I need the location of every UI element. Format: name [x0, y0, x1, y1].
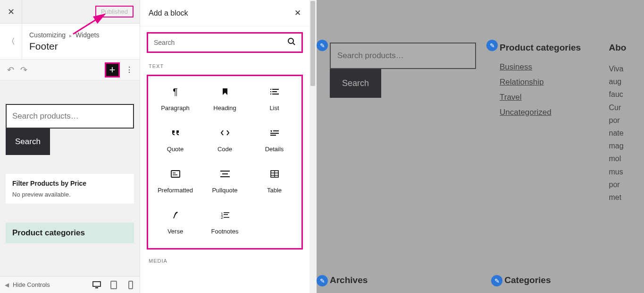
- block-label: Pullquote: [212, 187, 237, 194]
- breadcrumb-root[interactable]: Customizing: [29, 31, 66, 39]
- block-option-pullquote[interactable]: Pullquote: [201, 164, 248, 198]
- hide-controls-button[interactable]: ◀ Hide Controls: [5, 281, 50, 288]
- block-option-code[interactable]: Code: [201, 123, 248, 157]
- svg-text:2: 2: [221, 215, 223, 219]
- close-icon: ✕: [294, 9, 301, 17]
- svg-rect-3: [129, 281, 133, 289]
- product-categories-heading[interactable]: Product categories: [6, 223, 134, 243]
- inserter-header: Add a block ✕: [140, 0, 309, 26]
- product-search-input[interactable]: [7, 105, 133, 128]
- block-label: Footnotes: [211, 228, 239, 235]
- chevron-right-icon: ▸: [69, 33, 72, 38]
- customizer-topbar: ✕ Published: [0, 0, 140, 24]
- add-block-button[interactable]: +: [105, 62, 120, 78]
- pullquote-block-icon: [218, 169, 232, 179]
- editor-toolbar: ↶ ↷ + ⋮: [0, 60, 140, 80]
- svg-rect-11: [270, 91, 271, 92]
- block-option-quote[interactable]: Quote: [152, 123, 199, 157]
- back-button[interactable]: 〈: [0, 24, 22, 60]
- close-inserter-button[interactable]: ✕: [294, 8, 301, 18]
- pencil-icon: ✎: [490, 42, 495, 49]
- block-option-details[interactable]: Details: [251, 123, 298, 157]
- block-label: Preformatted: [158, 187, 193, 194]
- block-label: Code: [217, 146, 232, 153]
- desktop-preview-button[interactable]: [92, 281, 101, 289]
- svg-line-6: [293, 43, 295, 45]
- block-option-footnotes[interactable]: 12Footnotes: [201, 205, 248, 240]
- filter-products-title: Filter Products by Price: [12, 180, 127, 187]
- block-label: Details: [265, 146, 284, 153]
- block-label: Heading: [213, 104, 236, 112]
- preview-dim-overlay: [317, 0, 644, 293]
- undo-button[interactable]: ↶: [4, 63, 17, 77]
- block-search-wrap: [147, 32, 303, 53]
- svg-rect-10: [270, 89, 271, 90]
- block-label: Paragraph: [161, 104, 190, 112]
- block-search-input[interactable]: [154, 34, 287, 52]
- breadcrumb-widgets[interactable]: Widgets: [75, 31, 100, 39]
- tablet-preview-button[interactable]: [109, 281, 118, 289]
- close-customizer-button[interactable]: ✕: [0, 0, 22, 23]
- svg-rect-0: [93, 282, 100, 286]
- svg-rect-16: [171, 171, 180, 177]
- heading-block-icon: [218, 86, 232, 97]
- section-label-text: TEXT: [140, 60, 309, 73]
- paragraph-block-icon: ¶: [169, 86, 182, 97]
- customizer-bottom-bar: ◀ Hide Controls: [0, 276, 140, 293]
- quote-block-icon: [169, 128, 182, 138]
- inserter-title: Add a block: [149, 9, 294, 17]
- chevron-left-icon: 〈: [7, 36, 15, 47]
- edit-widget-shortcut[interactable]: ✎: [317, 40, 328, 51]
- block-option-paragraph[interactable]: ¶Paragraph: [152, 82, 199, 116]
- svg-rect-1: [95, 287, 98, 288]
- block-label: Quote: [167, 146, 184, 153]
- site-preview: ✎ Search ✎ Product categories BusinessRe…: [317, 0, 644, 293]
- svg-rect-12: [270, 94, 271, 95]
- pencil-icon: ✎: [320, 277, 325, 284]
- scrollbar-thumb[interactable]: [310, 1, 315, 86]
- edit-widget-shortcut[interactable]: ✎: [486, 40, 498, 51]
- block-option-heading[interactable]: Heading: [201, 82, 248, 116]
- mobile-preview-button[interactable]: [126, 281, 135, 289]
- inserter-scrollbar[interactable]: [309, 0, 316, 293]
- table-block-icon: [268, 169, 281, 179]
- footnotes-block-icon: 12: [218, 210, 232, 220]
- breadcrumb: Customizing ▸ Widgets: [29, 31, 99, 39]
- redo-button[interactable]: ↷: [17, 63, 30, 77]
- block-inserter-panel: Add a block ✕ TEXT ¶ParagraphHeadingList…: [140, 0, 310, 293]
- verse-block-icon: [169, 210, 182, 220]
- search-button[interactable]: Search: [6, 129, 50, 155]
- page-title: Footer: [29, 41, 99, 52]
- preformatted-block-icon: [169, 169, 182, 179]
- block-label: Verse: [167, 228, 183, 235]
- hide-controls-label: Hide Controls: [13, 281, 50, 288]
- publish-status-button[interactable]: Published: [95, 6, 134, 17]
- list-block-icon: [268, 86, 281, 97]
- block-option-list[interactable]: List: [251, 82, 298, 116]
- block-option-verse[interactable]: Verse: [152, 205, 199, 240]
- collapse-left-icon: ◀: [5, 282, 9, 288]
- pencil-icon: ✎: [494, 277, 500, 284]
- close-icon: ✕: [8, 7, 15, 17]
- plus-icon: +: [109, 65, 116, 75]
- product-search-block[interactable]: [6, 104, 134, 129]
- filter-products-note: No preview available.: [12, 191, 127, 198]
- pencil-icon: ✎: [320, 42, 325, 49]
- details-block-icon: [268, 128, 281, 138]
- filter-products-widget[interactable]: Filter Products by Price No preview avai…: [6, 174, 134, 204]
- breadcrumb-row: 〈 Customizing ▸ Widgets Footer: [0, 24, 140, 60]
- search-icon: [287, 37, 296, 48]
- block-label: Table: [267, 187, 282, 194]
- block-option-table[interactable]: Table: [251, 164, 298, 198]
- block-option-preformatted[interactable]: Preformatted: [152, 164, 199, 198]
- widget-editor-area[interactable]: Search Filter Products by Price No previ…: [0, 80, 140, 276]
- customizer-panel: ✕ Published 〈 Customizing ▸ Widgets Foot…: [0, 0, 140, 293]
- more-options-button[interactable]: ⋮: [123, 63, 136, 77]
- text-blocks-grid: ¶ParagraphHeadingListQuoteCodeDetailsPre…: [147, 75, 303, 250]
- block-label: List: [269, 104, 279, 112]
- svg-rect-2: [111, 281, 117, 289]
- edit-widget-shortcut[interactable]: ✎: [317, 275, 328, 286]
- svg-point-5: [288, 38, 293, 43]
- kebab-icon: ⋮: [125, 65, 133, 74]
- code-block-icon: [218, 128, 232, 138]
